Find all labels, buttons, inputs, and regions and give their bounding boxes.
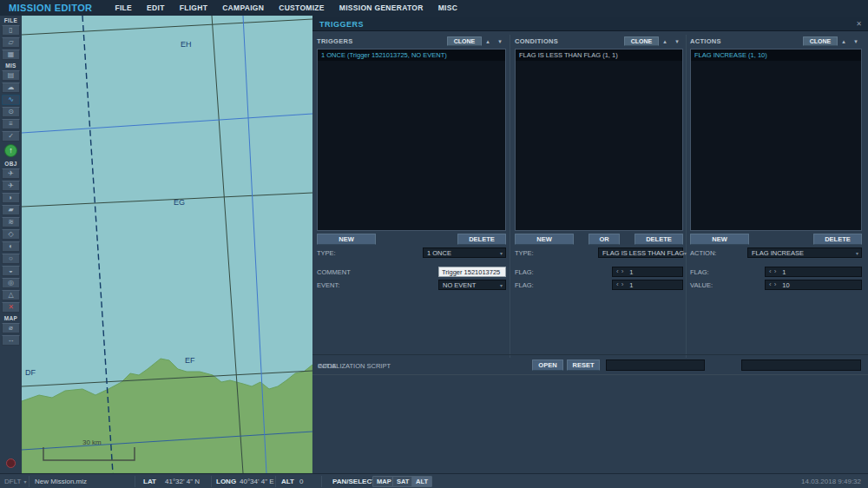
spinner-left-icon[interactable]: ‹	[769, 267, 772, 276]
trigger-zone-button[interactable]: ○	[2, 254, 20, 264]
new-action-button[interactable]: NEW	[690, 234, 749, 245]
new-trigger-button[interactable]: NEW	[317, 234, 376, 245]
grid-label-eg: EG	[174, 198, 185, 207]
menu-file[interactable]: FILE	[115, 3, 132, 12]
rules-button[interactable]: ≡	[2, 119, 20, 129]
menu-campaign[interactable]: CAMPAIGN	[222, 3, 264, 12]
move-condition-down-icon[interactable]: ▾	[671, 36, 683, 46]
move-action-up-icon[interactable]: ▴	[838, 36, 850, 46]
app-title: MISSION EDITOR	[9, 3, 92, 13]
triggers-header: TRIGGERS	[317, 37, 353, 45]
main-menu: FILE EDIT FLIGHT CAMPAIGN CUSTOMIZE MISS…	[115, 3, 457, 12]
trigger-event-label: EVENT:	[317, 281, 339, 289]
add-ship-button[interactable]: ◗	[2, 193, 20, 203]
mission-filename: New Mission.miz	[35, 478, 87, 485]
vehicle-icon: ▰	[8, 207, 13, 214]
clone-action-button[interactable]: CLONE	[803, 36, 838, 46]
alt-value: 0	[299, 478, 303, 485]
script-file-input[interactable]	[606, 359, 705, 371]
condition-flag2-label: FLAG:	[515, 281, 534, 289]
spinner-left-icon[interactable]: ‹	[616, 280, 619, 289]
status-bar: DFLT ▾ New Mission.miz LAT 41°32' 4" N L…	[0, 473, 868, 488]
chevron-down-icon[interactable]: ▾	[23, 478, 26, 485]
action-value-spinner[interactable]: ‹ › 10	[765, 280, 862, 290]
chevron-down-icon: ▾	[500, 282, 503, 288]
triggers-button[interactable]: ∿	[2, 95, 20, 105]
clone-trigger-button[interactable]: CLONE	[447, 36, 482, 46]
or-condition-button[interactable]: OR	[589, 234, 620, 245]
trigger-comment-input[interactable]	[438, 267, 506, 277]
open-mission-button[interactable]: ▱	[2, 37, 20, 48]
farp-button[interactable]: ◒	[2, 266, 20, 276]
add-vehicle-button[interactable]: ▰	[2, 205, 20, 215]
condition-flag2-spinner[interactable]: ‹ › 1	[612, 280, 683, 290]
menu-customize[interactable]: CUSTOMIZE	[279, 3, 325, 12]
new-mission-button[interactable]: ▯	[2, 25, 20, 36]
move-trigger-down-icon[interactable]: ▾	[494, 36, 506, 46]
spinner-right-icon[interactable]: ›	[774, 267, 777, 276]
template-button[interactable]: ◐	[2, 241, 20, 252]
dialog-title: TRIGGERS	[319, 20, 364, 29]
condition-list-item[interactable]: FLAG IS LESS THAN FLAG (1, 1)	[516, 49, 682, 61]
alt-layer-button[interactable]: ALT	[411, 476, 432, 487]
action-type-dropdown[interactable]: FLAG INCREASE▾	[747, 247, 862, 258]
map-options-button[interactable]: ⌀	[2, 323, 20, 333]
template-icon: ◐	[9, 243, 13, 250]
move-action-down-icon[interactable]: ▾	[850, 36, 862, 46]
code-input[interactable]	[741, 359, 861, 371]
delete-object-button[interactable]: ✕	[2, 302, 20, 313]
condition-flag1-spinner[interactable]: ‹ › 1	[612, 267, 683, 277]
weather-button[interactable]: ☁	[2, 82, 20, 93]
draw-shapes-button[interactable]: △	[2, 290, 20, 300]
linked-group-button[interactable]: ◎	[2, 278, 20, 288]
bullseye-button[interactable]: ⊙	[2, 107, 20, 117]
pan-select-mode[interactable]: PAN/SELECT	[332, 478, 376, 485]
briefing-button[interactable]: ▤	[2, 70, 20, 81]
spinner-right-icon[interactable]: ›	[774, 280, 777, 289]
record-indicator[interactable]	[6, 458, 16, 468]
add-airplane-button[interactable]: ✈	[2, 168, 20, 179]
summary-button[interactable]: ✓	[2, 131, 20, 142]
condition-type-dropdown[interactable]: FLAG IS LESS THAN FLAG▾	[598, 247, 683, 258]
delete-action-button[interactable]: DELETE	[813, 234, 862, 245]
delete-condition-button[interactable]: DELETE	[635, 234, 683, 245]
clone-condition-button[interactable]: CLONE	[624, 36, 659, 46]
triggers-list: 1 ONCE (Trigger 1521013725, NO EVENT)	[317, 49, 506, 231]
add-waypoint-button[interactable]: ◇	[2, 229, 20, 240]
statusbar-divider	[29, 476, 30, 487]
reset-script-button[interactable]: RESET	[567, 359, 600, 371]
new-condition-button[interactable]: NEW	[515, 234, 574, 245]
sat-layer-button[interactable]: SAT	[392, 476, 413, 487]
move-trigger-up-icon[interactable]: ▴	[482, 36, 494, 46]
triggers-icon: ∿	[8, 96, 14, 103]
fly-mission-button[interactable]: ↑	[4, 144, 17, 157]
condition-flag1-label: FLAG:	[515, 268, 534, 276]
summary-icon: ✓	[8, 133, 14, 140]
open-script-button[interactable]: OPEN	[532, 359, 563, 371]
spinner-left-icon[interactable]: ‹	[616, 267, 619, 276]
trigger-event-dropdown[interactable]: NO EVENT▾	[438, 280, 506, 290]
menu-edit[interactable]: EDIT	[147, 3, 165, 12]
actions-column: ACTIONS CLONE ▴ ▾ FLAG INCREASE (1, 10) …	[690, 35, 862, 290]
menu-mission-generator[interactable]: MISSION GENERATOR	[339, 3, 424, 12]
spinner-left-icon[interactable]: ‹	[769, 280, 772, 289]
trigger-type-dropdown[interactable]: 1 ONCE▾	[423, 247, 506, 258]
add-helicopter-button[interactable]: ✈	[2, 181, 20, 191]
save-mission-button[interactable]: ▦	[2, 49, 20, 60]
action-flag-spinner[interactable]: ‹ › 1	[765, 267, 862, 277]
ruler-button[interactable]: ↔	[2, 335, 20, 346]
close-icon[interactable]: ✕	[856, 20, 862, 28]
chevron-down-icon: ▾	[856, 250, 858, 256]
action-list-item[interactable]: FLAG INCREASE (1, 10)	[691, 49, 861, 61]
menu-flight[interactable]: FLIGHT	[180, 3, 208, 12]
spinner-right-icon[interactable]: ›	[621, 280, 624, 289]
move-condition-up-icon[interactable]: ▴	[659, 36, 671, 46]
triggers-column: TRIGGERS CLONE ▴ ▾ 1 ONCE (Trigger 15210…	[317, 35, 506, 290]
add-column-button[interactable]: ≋	[2, 217, 20, 228]
profile-selector[interactable]: DFLT	[4, 478, 21, 485]
delete-trigger-button[interactable]: DELETE	[457, 234, 506, 245]
menu-misc[interactable]: MISC	[438, 3, 457, 12]
trigger-list-item[interactable]: 1 ONCE (Trigger 1521013725, NO EVENT)	[318, 49, 505, 61]
map-view[interactable]: EH EG EF DF 30 km	[22, 16, 312, 473]
spinner-right-icon[interactable]: ›	[621, 267, 624, 276]
